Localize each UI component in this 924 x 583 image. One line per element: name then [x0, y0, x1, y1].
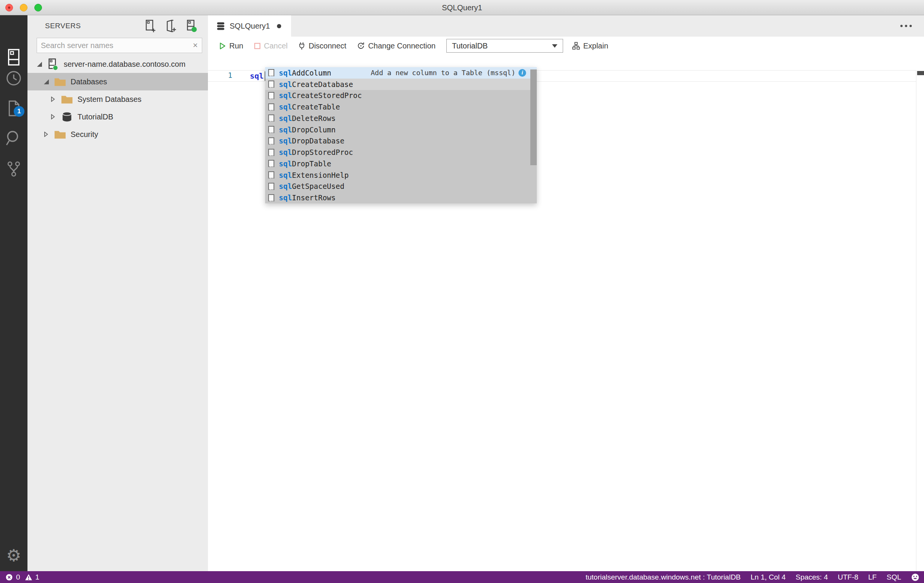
run-button[interactable]: Run — [219, 41, 243, 50]
source-control-tab[interactable] — [0, 157, 28, 181]
line-number: 1 — [208, 71, 232, 79]
feedback-button[interactable] — [911, 573, 919, 581]
database-dropdown-value: TutorialDB — [452, 41, 552, 50]
explain-plan-icon — [572, 42, 580, 50]
snippet-icon — [268, 149, 274, 156]
tree-item-security[interactable]: Security — [28, 126, 208, 143]
suggest-item[interactable]: sqlCreateStoredProc — [265, 90, 537, 101]
expand-twistie-icon[interactable] — [50, 114, 56, 119]
tree-item-label: server-name.database.contoso.com — [64, 60, 185, 69]
snippet-icon — [268, 81, 274, 88]
ellipsis-icon — [900, 25, 903, 27]
suggest-scrollbar[interactable] — [530, 67, 537, 203]
run-icon — [219, 42, 226, 50]
snippet-icon — [268, 114, 274, 122]
settings-button[interactable]: ⚙ — [0, 543, 28, 568]
database-dropdown[interactable]: TutorialDB — [446, 39, 563, 53]
suggest-item[interactable]: sqlCreateTable — [265, 101, 537, 112]
clock-icon — [6, 70, 22, 86]
server-connected-icon — [47, 58, 59, 70]
suggest-item[interactable]: sqlDropTable — [265, 158, 537, 169]
scrollbar-thumb[interactable] — [530, 69, 537, 165]
snippet-icon — [268, 160, 274, 167]
snippet-icon — [268, 183, 274, 190]
match-prefix: sql — [279, 69, 292, 77]
gear-icon: ⚙ — [6, 547, 21, 564]
overview-ruler-border — [916, 70, 916, 571]
language-mode[interactable]: SQL — [887, 573, 901, 581]
expand-twistie-icon[interactable] — [50, 97, 56, 102]
open-editors-tab[interactable]: 1 — [0, 96, 28, 121]
suggest-widget: sqlAddColumn Add a new column to a Table… — [265, 67, 537, 203]
refresh-connection-icon — [357, 42, 365, 50]
suggest-item[interactable]: sqlDeleteRows — [265, 112, 537, 124]
tree-item-server[interactable]: server-name.database.contoso.com — [28, 55, 208, 73]
more-actions-button[interactable] — [897, 21, 915, 31]
suggest-item[interactable]: sqlCreateDatabase — [265, 79, 537, 90]
server-search-input[interactable] — [37, 41, 189, 50]
tab-sqlquery1[interactable]: SQLQuery1 — [208, 15, 291, 36]
suggest-label: InsertRows — [292, 193, 335, 202]
suggest-item[interactable]: sqlInsertRows — [265, 192, 537, 203]
search-tab[interactable] — [0, 126, 28, 150]
suggest-item[interactable]: sqlExtensionHelp — [265, 169, 537, 181]
servers-tree: server-name.database.contoso.com Databas… — [28, 55, 208, 143]
folder-icon — [54, 130, 66, 139]
task-history-tab[interactable] — [0, 66, 28, 91]
suggest-detail: Add a new column to a Table (mssql) — [371, 69, 515, 77]
snippet-icon — [268, 194, 274, 201]
snippet-icon — [268, 92, 274, 99]
cancel-button[interactable]: Cancel — [254, 41, 288, 50]
new-connection-button[interactable] — [145, 20, 156, 32]
tab-title: SQLQuery1 — [230, 22, 270, 31]
git-branch-icon — [6, 161, 21, 177]
encoding-setting[interactable]: UTF-8 — [838, 573, 858, 581]
collapse-twistie-icon[interactable] — [36, 62, 42, 67]
info-icon[interactable] — [518, 69, 526, 77]
suggest-item[interactable]: sqlDropStoredProc — [265, 147, 537, 158]
suggest-item[interactable]: sqlAddColumn Add a new column to a Table… — [265, 67, 537, 79]
code-text: sql — [250, 70, 264, 82]
snippet-icon — [268, 137, 274, 145]
suggest-label: DeleteRows — [292, 114, 335, 122]
status-bar: 0 1 tutorialserver.database.windows.net … — [0, 571, 924, 583]
server-icon — [7, 48, 21, 66]
new-server-group-button[interactable] — [165, 20, 177, 32]
expand-twistie-icon[interactable] — [43, 132, 49, 137]
indentation-setting[interactable]: Spaces: 4 — [795, 573, 828, 581]
error-count: 0 — [16, 573, 20, 581]
suggest-item[interactable]: sqlGetSpaceUsed — [265, 181, 537, 192]
suggest-label: AddColumn — [292, 69, 331, 77]
suggest-label: ExtensionHelp — [292, 171, 349, 179]
tree-item-tutorialdb[interactable]: TutorialDB — [28, 108, 208, 126]
change-connection-button[interactable]: Change Connection — [357, 41, 436, 50]
suggest-item[interactable]: sqlDropColumn — [265, 124, 537, 135]
suggest-label: CreateTable — [292, 102, 340, 111]
servers-sidebar: SERVERS — [28, 15, 208, 571]
cursor-position[interactable]: Ln 1, Col 4 — [751, 573, 786, 581]
clear-search-icon[interactable] — [189, 40, 202, 50]
explain-button[interactable]: Explain — [572, 41, 609, 50]
connection-status[interactable]: tutorialserver.database.windows.net : Tu… — [586, 573, 741, 581]
disconnect-button[interactable]: Disconnect — [298, 41, 346, 50]
activity-bar: 1 ⚙ — [0, 15, 28, 571]
suggest-label: CreateStoredProc — [292, 91, 362, 99]
tab-bar: SQLQuery1 — [208, 15, 924, 36]
tree-item-system-databases[interactable]: System Databases — [28, 91, 208, 108]
problems-indicator[interactable]: 0 1 — [5, 573, 39, 581]
open-editors-badge: 1 — [14, 106, 25, 117]
warning-icon — [25, 573, 33, 581]
scroll-position-marker[interactable] — [917, 71, 924, 75]
suggest-label: DropDatabase — [292, 137, 344, 145]
folder-icon — [54, 77, 66, 87]
eol-setting[interactable]: LF — [868, 573, 877, 581]
smiley-icon — [911, 573, 919, 581]
suggest-label: GetSpaceUsed — [292, 182, 344, 190]
collapse-twistie-icon[interactable] — [43, 79, 49, 84]
snippet-icon — [268, 126, 274, 133]
active-connections-button[interactable] — [186, 20, 197, 32]
suggest-item[interactable]: sqlDropDatabase — [265, 135, 537, 147]
search-icon — [6, 130, 22, 146]
tree-item-label: System Databases — [78, 95, 142, 104]
tree-item-databases[interactable]: Databases — [28, 73, 208, 91]
